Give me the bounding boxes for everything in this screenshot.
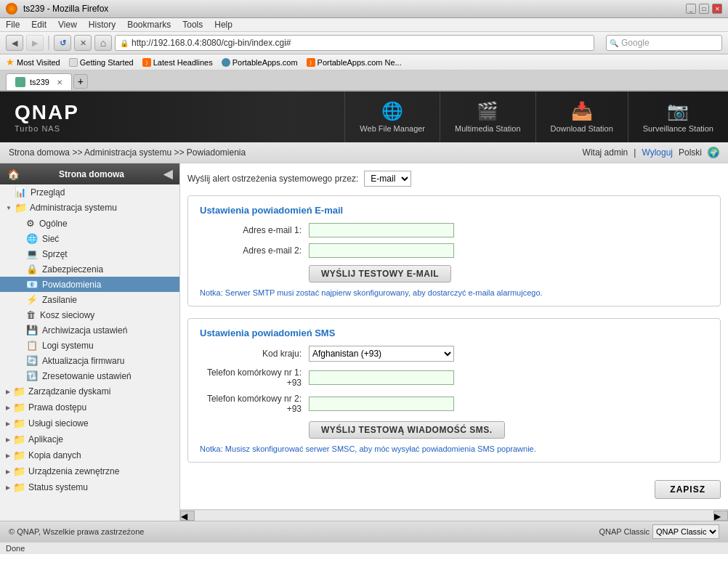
sidebar-item-siec[interactable]: 🌐 Sieć [0,231,179,246]
back-button[interactable]: ◀ [6,35,23,51]
theme-label: QNAP Classic [599,527,650,536]
url-text: http://192.168.0.4:8080/cgi-bin/index.cg… [132,38,291,48]
welcome-text: Witaj admin [583,147,628,158]
copyright-text: © QNAP, Wszelkie prawa zastrzeżone [9,527,144,536]
sidebar-group-urzadzenia[interactable]: ▶ 📁 Urządzenia zewnętrzne [0,463,179,479]
bookmark-latest-headlines[interactable]: ) Latest Headlines [142,58,213,67]
sidebar-item-logi[interactable]: 📋 Logi systemu [0,338,179,353]
bookmark-portableapps-ne[interactable]: ) PortableApps.com Ne... [307,58,402,67]
close-btn[interactable]: ✕ [712,4,722,14]
language-selector[interactable]: Polski [679,147,702,158]
sidebar-item-zabezpieczenia[interactable]: 🔒 Zabezpieczenia [0,261,179,277]
expand-icon2: ▶ [6,389,10,395]
aktualizacja-label: Aktualizacja firmwaru [42,356,124,366]
folder5-icon: 📁 [13,434,25,445]
most-visited-icon: ★ [6,57,15,68]
zasilanie-icon: ⚡ [26,294,38,305]
nav-multimedia-station[interactable]: 🎬 Multimedia Station [440,92,535,142]
minimize-btn[interactable]: _ [686,4,696,14]
urzadzenia-label: Urządzenia zewnętrzne [28,466,119,476]
theme-select[interactable]: QNAP Classic [652,524,719,539]
aplikacje-label: Aplikacje [28,434,63,444]
menu-edit[interactable]: Edit [31,20,46,30]
url-bar[interactable]: 🔒 http://192.168.0.4:8080/cgi-bin/index.… [115,35,594,51]
nav-web-file-manager[interactable]: 🌐 Web File Manager [344,92,440,142]
expand-icon: ▼ [6,205,12,211]
kopia-label: Kopia danych [28,450,81,460]
header-nav: 🌐 Web File Manager 🎬 Multimedia Station … [94,92,728,142]
bookmark-most-visited[interactable]: ★ Most Visited [6,57,60,68]
sidebar-group-zarzadzanie[interactable]: ▶ 📁 Zarządzanie dyskami [0,383,179,399]
sidebar-item-powiadomienia[interactable]: 📧 Powiadomienia [0,277,179,292]
menu-view[interactable]: View [58,20,77,30]
nav-download-station[interactable]: 📥 Download Station [535,92,628,142]
sidebar-item-archiwizacja[interactable]: 💾 Archiwizacja ustawień [0,322,179,338]
phone-input-2[interactable] [309,397,454,411]
new-tab-button[interactable]: + [73,74,88,89]
przeglad-label: Przegląd [31,187,65,198]
email-input-2[interactable] [309,243,454,258]
url-lock-icon: 🔒 [120,39,129,47]
qnap-logo-text: QNAP [15,101,79,124]
send-test-sms-button[interactable]: WYŚLIJ TESTOWĄ WIADOMOŚĆ SMS. [309,421,505,439]
sidebar-item-zresetowanie[interactable]: 🔃 Zresetowanie ustawień [0,368,179,383]
powiadomienia-label: Powiadomienia [42,280,101,290]
sms-note: Notka: Musisz skonfigurować serwer SMSC,… [200,444,708,453]
alert-label: Wyślij alert ostrzeżenia systemowego prz… [187,174,358,184]
sidebar-item-aktualizacja[interactable]: 🔄 Aktualizacja firmwaru [0,353,179,368]
sidebar-group-aplikacje[interactable]: ▶ 📁 Aplikacje [0,431,179,447]
sms-section-title: Ustawienia powiadomień SMS [200,328,708,338]
save-button[interactable]: ZAPISZ [655,480,721,499]
email-input-1[interactable] [309,223,454,237]
menu-file[interactable]: File [6,20,20,30]
bookmark-getting-started[interactable]: Getting Started [69,58,134,67]
przeglad-icon: 📊 [15,187,26,198]
email-section-title: Ustawienia powiadomień E-mail [200,205,708,216]
h-scroll-left[interactable]: ◀ [180,511,195,521]
sidebar-group-status[interactable]: ▶ 📁 Status systemu [0,479,179,495]
aktualizacja-icon: 🔄 [26,355,38,366]
right-panel: Wyślij alert ostrzeżenia systemowego prz… [180,163,728,521]
expand-icon6: ▶ [6,452,10,459]
email-label-2: Adres e-mail 2: [200,245,302,256]
menu-history[interactable]: History [89,20,116,30]
qnap-logo-sub: Turbo NAS [15,124,79,133]
expand-icon8: ▶ [6,484,10,491]
bookmark-portableapps[interactable]: PortableApps.com [222,58,298,67]
sms-section: Ustawienia powiadomień SMS Kod kraju: Af… [187,318,721,463]
sidebar-collapse-btn[interactable]: ◀ [163,167,172,181]
sidebar-item-przeglad[interactable]: 📊 Przegląd [0,184,179,200]
main-tab[interactable]: ts239 ✕ [6,73,72,90]
h-scroll-right[interactable]: ▶ [713,511,728,521]
send-test-email-button[interactable]: WYŚLIJ TESTOWY E-MAIL [309,265,451,283]
sidebar-item-sprzet[interactable]: 💻 Sprzęt [0,246,179,261]
alert-row: Wyślij alert ostrzeżenia systemowego prz… [187,171,721,187]
phone-input-1[interactable] [309,370,454,385]
forward-button[interactable]: ▶ [26,35,44,51]
tab-close-icon[interactable]: ✕ [57,78,62,86]
menu-help[interactable]: Help [214,20,232,30]
sidebar-group-uslugi[interactable]: ▶ 📁 Usługi sieciowe [0,415,179,431]
alert-select[interactable]: E-mail SMS [364,171,411,187]
refresh-button[interactable]: ↺ [54,35,71,51]
menu-bookmarks[interactable]: Bookmarks [127,20,171,30]
phone-row-1: Telefon komórkowy nr 1: +93 [200,367,708,388]
sidebar-group-kopia[interactable]: ▶ 📁 Kopia danych [0,447,179,463]
stop-button[interactable]: ✕ [74,35,92,51]
maximize-btn[interactable]: □ [699,4,709,14]
sidebar-item-kosz[interactable]: 🗑 Kosz sieciowy [0,307,179,322]
email-section: Ustawienia powiadomień E-mail Adres e-ma… [187,195,721,306]
home-button[interactable]: ⌂ [94,35,112,51]
sidebar-item-zasilanie[interactable]: ⚡ Zasilanie [0,292,179,307]
sidebar-group-administracja[interactable]: ▼ 📁 Administracja systemu [0,200,179,216]
horizontal-scrollbar[interactable]: ◀ ▶ [180,509,728,521]
menu-tools[interactable]: Tools [182,20,203,30]
administracja-label: Administracja systemu [30,203,117,213]
logout-link[interactable]: Wyloguj [642,147,673,158]
country-label: Kod kraju: [200,349,302,359]
country-select[interactable]: Afghanistan (+93) [309,346,454,362]
nav-surveillance-station[interactable]: 📷 Surveillance Station [628,92,728,142]
sidebar-header: 🏠 Strona domowa ◀ [0,163,179,184]
sidebar-item-ogolne[interactable]: ⚙ Ogólne [0,216,179,231]
sidebar-group-prawa[interactable]: ▶ 📁 Prawa dostępu [0,399,179,415]
